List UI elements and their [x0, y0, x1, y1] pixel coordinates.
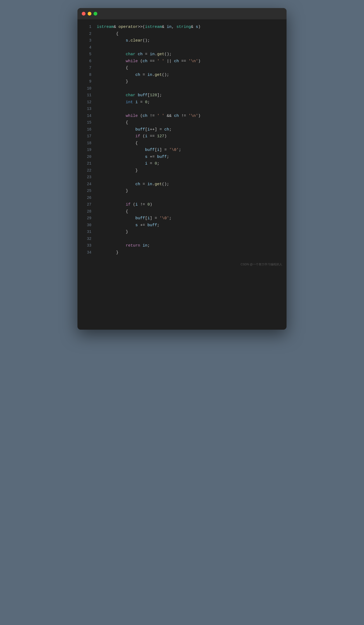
line-number: 20 [82, 154, 91, 160]
line-number: 25 [82, 188, 91, 194]
code-line: 8 ch = in.get(); [77, 72, 287, 79]
line-content: int i = 0; [97, 99, 282, 106]
line-content: } [97, 249, 282, 256]
code-line: 18 { [77, 140, 287, 147]
line-number: 4 [82, 44, 91, 51]
code-line: 27 if (i != 0) [77, 201, 287, 208]
line-content: } [97, 188, 282, 195]
line-content: { [97, 31, 282, 38]
line-number: 2 [82, 31, 91, 37]
code-line: 34 } [77, 249, 287, 256]
code-line: 21 i = 0; [77, 160, 287, 167]
line-number: 29 [82, 215, 91, 222]
code-line: 24 ch = in.get(); [77, 181, 287, 188]
line-content: if (i == 127) [97, 133, 282, 140]
code-line: 25 } [77, 188, 287, 195]
line-content: { [97, 65, 282, 72]
code-line: 22 } [77, 167, 287, 174]
line-content: s.clear(); [97, 37, 282, 44]
line-content: ch = in.get(); [97, 72, 282, 79]
line-content: if (i != 0) [97, 201, 282, 208]
code-line: 28 { [77, 208, 287, 215]
code-line: 33 return in; [77, 242, 287, 249]
watermark: CSDN @一个努力学习编程的人 [77, 260, 287, 270]
line-number: 17 [82, 133, 91, 140]
code-line: 9 } [77, 78, 287, 85]
line-number: 12 [82, 99, 91, 106]
line-number: 7 [82, 65, 91, 71]
titlebar [77, 8, 287, 19]
line-number: 34 [82, 250, 91, 256]
line-number: 21 [82, 161, 91, 167]
line-content: while (ch == ' ' || ch == '\n') [97, 58, 282, 65]
line-content: buff[i] = '\0'; [97, 147, 282, 154]
line-content [97, 195, 282, 202]
line-content: i = 0; [97, 160, 282, 167]
line-number: 10 [82, 85, 91, 92]
line-number: 3 [82, 38, 91, 44]
close-button[interactable] [82, 12, 86, 16]
line-number: 1 [82, 24, 91, 30]
line-content: s += buff; [97, 222, 282, 229]
code-line: 11 char buff[128]; [77, 92, 287, 99]
line-content: return in; [97, 242, 282, 249]
line-content [97, 85, 282, 92]
line-content: char ch = in.get(); [97, 51, 282, 58]
line-number: 33 [82, 243, 91, 249]
line-number: 22 [82, 168, 91, 174]
line-content: { [97, 119, 282, 126]
line-number: 18 [82, 140, 91, 147]
code-window: 1istream& operator>>(istream& in, string… [77, 8, 287, 330]
code-line: 1istream& operator>>(istream& in, string… [77, 24, 287, 31]
line-content: buff[i] = '\0'; [97, 215, 282, 222]
line-number: 30 [82, 222, 91, 229]
line-number: 32 [82, 236, 91, 242]
code-line: 6 while (ch == ' ' || ch == '\n') [77, 58, 287, 65]
code-line: 7 { [77, 65, 287, 72]
maximize-button[interactable] [94, 12, 97, 16]
line-content: char buff[128]; [97, 92, 282, 99]
line-number: 8 [82, 72, 91, 78]
line-content: s += buff; [97, 154, 282, 161]
code-line: 30 s += buff; [77, 222, 287, 229]
line-content: } [97, 78, 282, 85]
line-number: 5 [82, 51, 91, 58]
line-content: buff[i++] = ch; [97, 126, 282, 133]
code-line: 13 [77, 106, 287, 113]
line-number: 23 [82, 174, 91, 181]
code-area: 1istream& operator>>(istream& in, string… [77, 19, 287, 260]
line-number: 26 [82, 195, 91, 201]
code-line: 31 } [77, 229, 287, 236]
line-number: 31 [82, 229, 91, 235]
line-number: 19 [82, 147, 91, 153]
code-line: 23 [77, 174, 287, 181]
line-number: 11 [82, 92, 91, 99]
code-line: 17 if (i == 127) [77, 133, 287, 140]
line-number: 24 [82, 181, 91, 188]
code-line: 16 buff[i++] = ch; [77, 126, 287, 133]
line-content: ch = in.get(); [97, 181, 282, 188]
line-number: 6 [82, 58, 91, 65]
code-line: 12 int i = 0; [77, 99, 287, 106]
line-content: { [97, 208, 282, 215]
code-line: 5 char ch = in.get(); [77, 51, 287, 58]
code-line: 2 { [77, 31, 287, 38]
line-content [97, 44, 282, 51]
line-content: } [97, 229, 282, 236]
line-content: while (ch != ' ' && ch != '\n') [97, 113, 282, 120]
code-line: 14 while (ch != ' ' && ch != '\n') [77, 113, 287, 120]
line-number: 28 [82, 209, 91, 215]
code-line: 32 [77, 236, 287, 243]
code-line: 3 s.clear(); [77, 37, 287, 44]
line-number: 16 [82, 127, 91, 133]
line-number: 15 [82, 120, 91, 126]
line-content: { [97, 140, 282, 147]
code-line: 10 [77, 85, 287, 92]
minimize-button[interactable] [88, 12, 91, 16]
line-number: 13 [82, 106, 91, 112]
line-content: } [97, 167, 282, 174]
code-line: 4 [77, 44, 287, 51]
line-content [97, 174, 282, 181]
line-content: istream& operator>>(istream& in, string&… [97, 24, 282, 31]
code-line: 29 buff[i] = '\0'; [77, 215, 287, 222]
